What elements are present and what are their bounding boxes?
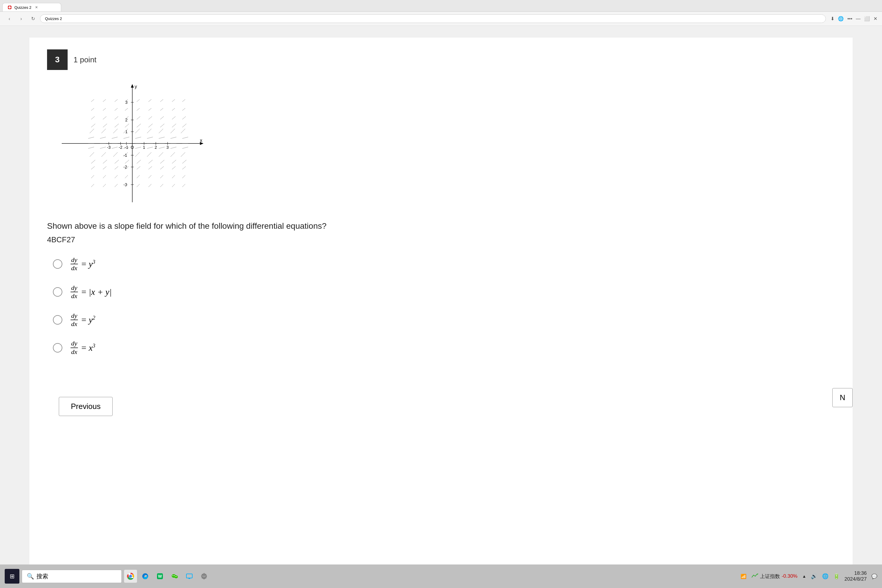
audio-icon[interactable]: 🔊	[811, 573, 818, 579]
wechat-icon[interactable]	[168, 570, 181, 583]
svg-line-64	[115, 124, 119, 127]
svg-line-98	[88, 147, 94, 148]
svg-point-157	[174, 575, 178, 578]
svg-line-119	[125, 160, 129, 164]
svg-line-57	[137, 116, 140, 119]
tray-up-icon[interactable]: ▲	[802, 574, 807, 579]
stock-chart-icon	[751, 572, 758, 580]
download-icon[interactable]: ⬇	[831, 16, 834, 21]
svg-line-61	[182, 116, 186, 119]
close-icon[interactable]: ✕	[873, 16, 877, 21]
active-tab[interactable]: Quizzes 2 ✕	[2, 3, 61, 12]
svg-line-81	[100, 137, 106, 138]
svg-line-42	[172, 99, 175, 102]
svg-line-35	[91, 99, 94, 102]
minimize-icon[interactable]: —	[856, 16, 861, 21]
svg-line-41	[160, 99, 163, 102]
taskbar-search[interactable]: 🔍 搜索	[22, 570, 122, 583]
svg-line-111	[135, 152, 140, 157]
svg-line-142	[182, 175, 185, 178]
globe-icon[interactable]: 🌐	[838, 16, 844, 21]
svg-line-137	[125, 175, 128, 178]
address-bar[interactable]: Quizzes 2	[40, 14, 826, 23]
option-d[interactable]: dy dx = x3	[53, 340, 835, 356]
svg-line-121	[148, 160, 153, 164]
forward-button[interactable]: ›	[16, 14, 26, 24]
svg-line-36	[103, 99, 106, 102]
svg-line-76	[147, 129, 152, 133]
option-a-label: dy dx = y3	[69, 256, 95, 272]
tab-favicon	[8, 5, 12, 10]
svg-line-40	[148, 99, 152, 102]
svg-line-136	[115, 175, 118, 178]
radio-d[interactable]	[53, 343, 62, 352]
svg-line-133	[182, 166, 186, 170]
screen-icon[interactable]	[183, 570, 196, 583]
svg-line-50	[160, 108, 163, 111]
option-c[interactable]: dy dx = y2	[53, 312, 835, 328]
question-code: 4BCF27	[47, 235, 835, 244]
svg-line-123	[172, 160, 176, 164]
page-content: 3 1 point y x 3 2 1 -1 -2	[29, 38, 853, 567]
svg-line-44	[91, 108, 94, 111]
svg-line-108	[101, 152, 106, 157]
svg-text:O: O	[131, 145, 134, 150]
maximize-icon[interactable]: ⬜	[864, 16, 870, 21]
svg-line-52	[182, 108, 185, 111]
settings-icon[interactable]	[198, 570, 210, 583]
option-a[interactable]: dy dx = y3	[53, 256, 835, 272]
options-list: dy dx = y3 dy dx = |x + y|	[53, 256, 835, 356]
back-button[interactable]: ‹	[5, 14, 14, 24]
svg-line-132	[172, 166, 176, 170]
svg-line-46	[115, 108, 118, 111]
start-button[interactable]: ⊞	[5, 569, 20, 584]
svg-line-106	[182, 147, 188, 148]
svg-text:3: 3	[166, 145, 169, 150]
svg-line-54	[103, 116, 106, 119]
svg-line-69	[172, 124, 176, 127]
next-button-partial[interactable]: N	[832, 388, 853, 407]
svg-text:2: 2	[125, 118, 128, 122]
more-icon[interactable]: •••	[847, 16, 852, 21]
slope-field-graph: y x 3 2 1 -1 -2 -3 -3 -2 -1 O	[59, 82, 206, 205]
radio-b[interactable]	[53, 287, 62, 297]
svg-text:y: y	[135, 84, 137, 89]
svg-line-85	[147, 137, 153, 138]
chrome-icon[interactable]	[124, 570, 137, 583]
network-icon: 📶	[741, 574, 747, 579]
svg-line-104	[159, 147, 165, 148]
svg-line-149	[160, 184, 163, 187]
edge-icon[interactable]	[139, 570, 152, 583]
svg-line-48	[137, 108, 140, 111]
svg-line-120	[137, 160, 141, 164]
notification-icon[interactable]: 💬	[872, 574, 877, 579]
points-label: 1 point	[74, 55, 96, 64]
address-bar-row: ‹ › ↻ Quizzes 2 ⬇ 🌐 ••• — ⬜ ✕	[0, 12, 882, 26]
radio-a[interactable]	[53, 259, 62, 269]
svg-line-82	[112, 137, 118, 138]
svg-line-79	[181, 129, 185, 133]
svg-point-164	[203, 575, 205, 578]
svg-text:-3: -3	[123, 182, 127, 187]
svg-text:-2: -2	[123, 165, 127, 170]
network-tray-icon[interactable]: 🌐	[822, 573, 828, 579]
refresh-button[interactable]: ↻	[28, 14, 38, 24]
svg-line-77	[159, 129, 163, 133]
svg-line-62	[91, 124, 95, 127]
svg-line-65	[125, 124, 129, 127]
app-icon-green[interactable]: W	[153, 570, 166, 583]
svg-line-124	[182, 160, 186, 164]
svg-line-71	[90, 129, 94, 133]
svg-point-158	[172, 575, 174, 576]
svg-line-147	[137, 184, 140, 187]
taskbar-right: 📶 上证指数 -0.30% ▲ 🔊 🌐 🔋 18:36 2024/8/27 💬	[741, 570, 877, 582]
tab-close-button[interactable]: ✕	[35, 5, 38, 9]
clock[interactable]: 18:36 2024/8/27	[844, 570, 867, 582]
svg-line-115	[181, 152, 185, 157]
svg-line-51	[172, 108, 175, 111]
radio-c[interactable]	[53, 315, 62, 325]
option-b[interactable]: dy dx = |x + y|	[53, 284, 835, 300]
previous-button[interactable]: Previous	[59, 397, 112, 416]
svg-line-60	[172, 116, 176, 119]
svg-point-160	[175, 576, 176, 577]
